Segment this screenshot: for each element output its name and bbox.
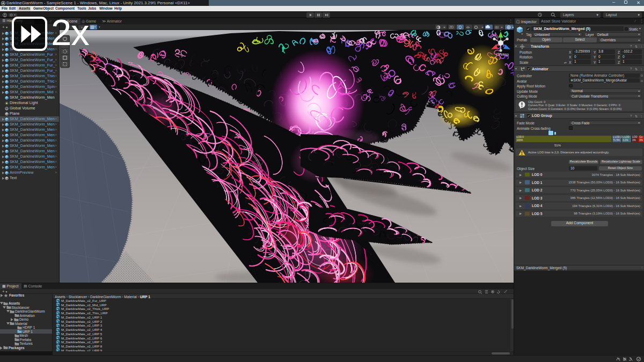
svg-text:‹ Persp: ‹ Persp	[496, 52, 509, 57]
svg-text:y: y	[500, 30, 502, 31]
svg-text:2D: 2D	[449, 25, 454, 29]
